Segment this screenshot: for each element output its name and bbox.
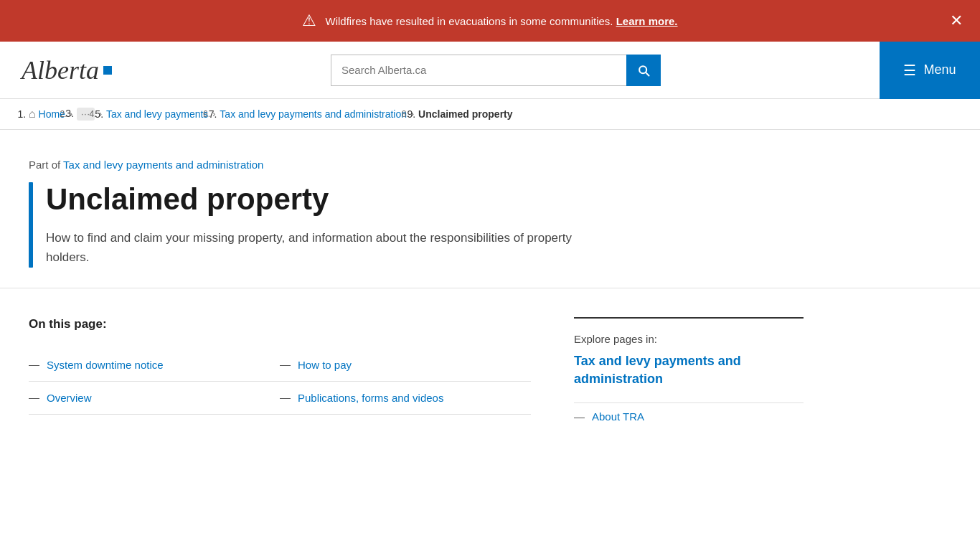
alert-banner: ⚠ Wildfires have resulted in evacuations… — [0, 0, 980, 42]
part-of-label: Part of Tax and levy payments and admini… — [29, 159, 951, 171]
part-of-link[interactable]: Tax and levy payments and administration — [63, 159, 263, 171]
dash-icon-1: — — [29, 358, 39, 370]
list-item: — Overview — [29, 382, 280, 415]
header: Alberta ☰ Menu — [0, 42, 980, 99]
page-title-section: Unclaimed property How to find and claim… — [29, 182, 951, 268]
breadcrumb-list: ⌂ Home › ··· › Tax and levy payments › T… — [29, 108, 951, 121]
title-block: Unclaimed property How to find and claim… — [33, 182, 606, 268]
explore-label: Explore pages in: — [574, 333, 804, 345]
main-content-header: Part of Tax and levy payments and admini… — [0, 130, 980, 268]
overview-link[interactable]: Overview — [47, 390, 92, 405]
dash-icon-4: — — [280, 391, 291, 403]
logo-square — [103, 66, 112, 75]
breadcrumb-current-page: Unclaimed property — [418, 108, 512, 120]
menu-button[interactable]: ☰ Menu — [880, 42, 980, 99]
page-links-grid: — System downtime notice — How to pay — … — [29, 349, 531, 415]
on-this-page-label: On this page: — [29, 317, 531, 331]
breadcrumb-tax-levy-link[interactable]: Tax and levy payments — [106, 108, 208, 120]
logo[interactable]: Alberta — [22, 55, 112, 85]
search-input[interactable] — [331, 55, 626, 86]
list-item: — How to pay — [280, 349, 531, 382]
alert-learn-more-link[interactable]: Learn more. — [616, 15, 678, 27]
how-to-pay-link[interactable]: How to pay — [298, 357, 352, 372]
dash-icon-2: — — [280, 358, 291, 370]
alert-message: Wildfires have resulted in evacuations i… — [325, 15, 677, 27]
main-column: On this page: — System downtime notice —… — [29, 317, 531, 430]
breadcrumb: ⌂ Home › ··· › Tax and levy payments › T… — [0, 99, 980, 130]
search-icon — [636, 63, 651, 77]
list-item: — Publications, forms and videos — [280, 382, 531, 415]
menu-label: Menu — [923, 62, 956, 77]
alert-triangle-icon: ⚠ — [302, 11, 316, 30]
content-area: On this page: — System downtime notice —… — [0, 288, 980, 430]
search-button[interactable] — [626, 55, 661, 86]
search-container — [331, 55, 661, 86]
sidebar-dash-icon-1: — — [574, 410, 585, 423]
breadcrumb-administration-link[interactable]: Tax and levy payments and administration — [220, 108, 407, 120]
alert-close-button[interactable]: ✕ — [950, 13, 963, 29]
page-title: Unclaimed property — [46, 182, 606, 217]
home-icon: ⌂ — [29, 108, 36, 120]
about-tra-link[interactable]: About TRA — [592, 410, 644, 423]
system-downtime-link[interactable]: System downtime notice — [47, 357, 164, 372]
list-item: — System downtime notice — [29, 349, 280, 382]
sidebar: Explore pages in: Tax and levy payments … — [574, 317, 804, 430]
hamburger-icon: ☰ — [903, 62, 916, 79]
page-subtitle: How to find and claim your missing prope… — [46, 228, 606, 267]
publications-link[interactable]: Publications, forms and videos — [298, 390, 443, 405]
sidebar-list-item: — About TRA — [574, 402, 804, 430]
logo-text: Alberta — [22, 55, 99, 85]
dash-icon-3: — — [29, 391, 39, 403]
explore-main-link[interactable]: Tax and levy payments and administration — [574, 352, 804, 388]
